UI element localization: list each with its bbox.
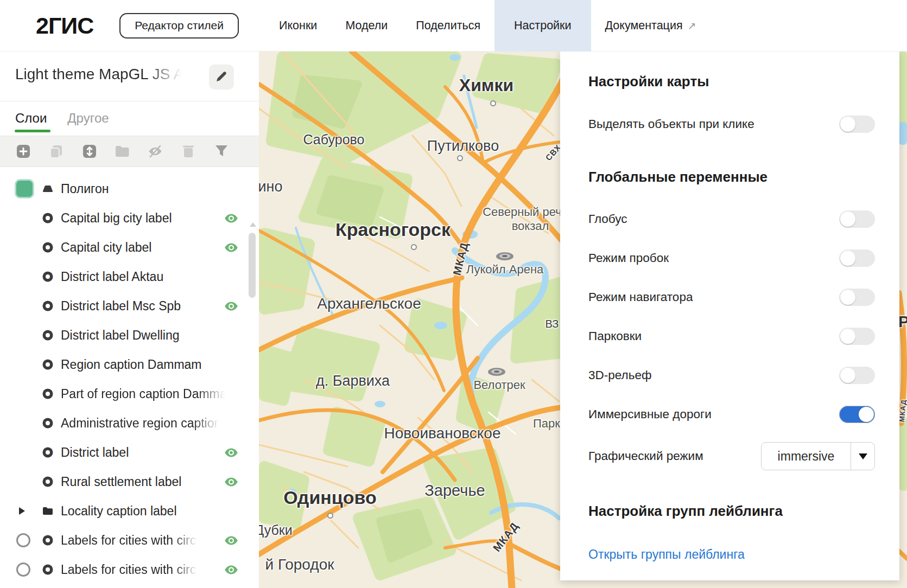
layer-circle-swatch[interactable] bbox=[16, 563, 30, 577]
map-place-label: ино bbox=[258, 178, 282, 195]
group-layers-button[interactable] bbox=[113, 142, 131, 161]
stadium-icon bbox=[487, 367, 506, 379]
layer-row[interactable]: Part of region caption Damma bbox=[0, 379, 259, 408]
filter-layers-button[interactable] bbox=[212, 142, 231, 161]
setting-toggle-6[interactable] bbox=[839, 406, 875, 423]
open-labeling-groups-link[interactable]: Открыть группы лейблинга bbox=[588, 547, 745, 562]
layer-swatch-zone bbox=[15, 237, 37, 258]
layer-swatch-zone bbox=[15, 354, 37, 375]
map-place-label: Химки bbox=[459, 75, 513, 95]
eye-visible-icon bbox=[224, 301, 238, 311]
group-folder-icon bbox=[114, 143, 130, 159]
hide-layer-button[interactable] bbox=[146, 142, 164, 161]
point-type-icon bbox=[41, 417, 54, 430]
layers-list: ПолигонCapital big city labelCapital cit… bbox=[0, 167, 259, 588]
toggle-knob bbox=[840, 368, 855, 383]
point-layer-icon bbox=[41, 563, 54, 576]
map-place-label: Архангельское bbox=[317, 295, 421, 312]
active-tab-underline bbox=[15, 130, 50, 132]
nav-item-2[interactable]: Модели bbox=[331, 0, 402, 52]
nav-item-label: Иконки bbox=[279, 19, 317, 33]
tab-other[interactable]: Другое bbox=[67, 111, 109, 127]
reorder-layer-button[interactable] bbox=[80, 142, 99, 161]
graphic-mode-select[interactable]: immersive bbox=[761, 442, 875, 470]
external-link-icon: ↗ bbox=[688, 20, 696, 32]
add-layer-button[interactable] bbox=[14, 142, 33, 161]
map-place-label: д. Барвиха bbox=[316, 373, 390, 389]
sidebar-tabs: Слои Другое bbox=[0, 101, 259, 136]
point-layer-icon bbox=[41, 241, 54, 254]
layer-row[interactable]: Capital big city label bbox=[0, 203, 259, 233]
setting-toggle-2[interactable] bbox=[839, 250, 875, 267]
layer-label: Administrative region caption bbox=[61, 416, 221, 431]
expand-group-icon[interactable] bbox=[19, 507, 25, 515]
edit-title-button[interactable] bbox=[209, 65, 234, 90]
point-type-icon bbox=[41, 299, 54, 312]
layer-row[interactable]: District label Dwelling bbox=[0, 321, 259, 350]
layer-row[interactable]: Rural settlement label bbox=[0, 467, 259, 496]
layer-label: Capital city label bbox=[61, 240, 151, 255]
delete-layer-button[interactable] bbox=[179, 142, 198, 161]
dropdown-caret-box[interactable] bbox=[851, 443, 874, 470]
layer-visibility-eye[interactable] bbox=[224, 448, 238, 458]
highlight-objects-label: Выделять объекты при клике bbox=[588, 117, 754, 131]
point-type-icon bbox=[41, 241, 54, 254]
nav-item-label: Модели bbox=[345, 19, 388, 33]
layer-swatch-zone bbox=[15, 324, 37, 346]
duplicate-layer-button[interactable] bbox=[47, 142, 66, 161]
map-place-label: Заречье bbox=[424, 482, 485, 500]
nav-item-4[interactable]: Настройки bbox=[494, 0, 591, 52]
setting-toggle-5[interactable] bbox=[839, 367, 875, 384]
graphic-mode-label: Графический режим bbox=[588, 449, 703, 463]
layer-row[interactable]: Locality caption label bbox=[0, 496, 259, 526]
layer-row[interactable]: Capital city label bbox=[0, 233, 259, 262]
layer-swatch-zone bbox=[15, 383, 37, 405]
style-editor-button[interactable]: Редактор стилей bbox=[119, 13, 239, 39]
layer-swatch-zone bbox=[15, 266, 37, 287]
setting-toggle-4[interactable] bbox=[839, 328, 875, 345]
layer-swatch-zone bbox=[15, 207, 37, 229]
setting-toggle-3[interactable] bbox=[839, 289, 875, 306]
map-place-label: Парк bbox=[533, 417, 560, 431]
point-layer-icon bbox=[41, 417, 54, 430]
layer-row[interactable]: District label Aktau bbox=[0, 262, 259, 291]
map-place-label: Сабурово bbox=[303, 132, 365, 148]
tab-layers[interactable]: Слои bbox=[15, 111, 47, 127]
layer-swatch-zone bbox=[15, 500, 37, 522]
toggle-knob bbox=[859, 407, 874, 422]
layer-row[interactable]: Region caption Dammam bbox=[0, 350, 259, 379]
layer-row[interactable]: Полигон bbox=[0, 174, 259, 203]
eye-visible-icon bbox=[224, 565, 238, 575]
toggle-knob bbox=[840, 212, 855, 227]
layer-visibility-eye[interactable] bbox=[224, 213, 238, 223]
point-type-icon bbox=[41, 446, 54, 459]
nav-item-label: Документация bbox=[605, 19, 683, 33]
layer-visibility-eye[interactable] bbox=[224, 242, 238, 253]
setting-label: Глобус bbox=[588, 212, 627, 226]
layer-visibility-eye[interactable] bbox=[224, 301, 238, 311]
setting-toggle-1[interactable] bbox=[839, 210, 875, 228]
layer-color-swatch[interactable] bbox=[15, 180, 34, 198]
layer-row[interactable]: Labels for cities with circl bbox=[0, 526, 259, 555]
layer-row[interactable]: District label Msc Spb bbox=[0, 291, 259, 321]
layer-circle-swatch[interactable] bbox=[16, 533, 30, 547]
folder-layer-icon bbox=[41, 504, 54, 517]
layer-visibility-eye[interactable] bbox=[224, 477, 238, 487]
layer-row[interactable]: Administrative region caption bbox=[0, 408, 259, 438]
point-layer-icon bbox=[41, 270, 54, 283]
highlight-objects-toggle[interactable] bbox=[839, 116, 875, 133]
nav-item-3[interactable]: Поделиться bbox=[402, 0, 494, 52]
layer-row[interactable]: Labels for cities with circl bbox=[0, 555, 259, 584]
eye-visible-icon bbox=[224, 477, 238, 487]
scrollbar-thumb[interactable] bbox=[249, 233, 256, 298]
nav-item-1[interactable]: Иконки bbox=[265, 0, 331, 52]
layer-label: District label bbox=[61, 445, 129, 460]
toggle-knob bbox=[840, 251, 855, 266]
scroll-up-arrow[interactable] bbox=[250, 222, 256, 227]
duplicate-icon bbox=[48, 143, 65, 159]
layer-row[interactable]: District label bbox=[0, 438, 259, 467]
layer-visibility-eye[interactable] bbox=[224, 535, 238, 546]
map-place-label: Путилково bbox=[427, 138, 499, 155]
nav-item-5[interactable]: Документация↗ bbox=[591, 0, 711, 52]
layer-visibility-eye[interactable] bbox=[224, 565, 238, 575]
